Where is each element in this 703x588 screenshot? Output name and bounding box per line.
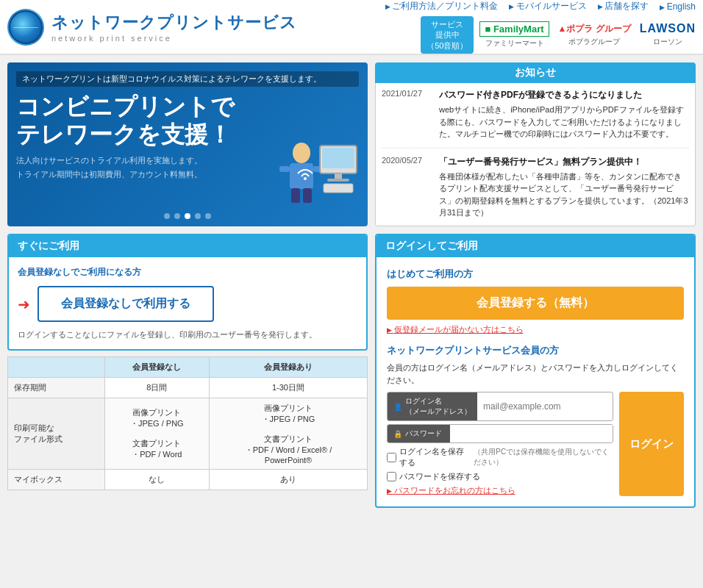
svg-point-11 <box>304 177 307 180</box>
poplar-logo: ▲ポプラ グループ <box>558 23 631 35</box>
partner-logos: ■ FamilyMart ファミリーマート ▲ポプラ グループ ポプラグループ … <box>479 21 696 49</box>
save-login-row: ログイン名を保存する （共用PCでは保存機能を使用しないでください） <box>387 446 613 468</box>
row-no-member-storage: 8日間 <box>104 378 209 398</box>
login-name-input[interactable] <box>477 398 613 415</box>
logo-text: ネットワークプリントサービス network print service <box>51 12 297 43</box>
news-content-1: パスワード付きPDFが登録できるようになりました webサイトに続き、iPhon… <box>439 89 689 140</box>
login-button[interactable]: ログイン <box>619 392 684 496</box>
save-login-checkbox[interactable] <box>387 453 396 462</box>
col-header-0 <box>8 357 105 378</box>
password-row: 🔒 パスワード <box>387 424 613 443</box>
nav-link-store[interactable]: 店舗を探す <box>598 0 649 12</box>
password-input[interactable] <box>450 425 613 442</box>
login-name-row: 👤 ログイン名（メールアドレス） <box>387 392 613 421</box>
save-password-checkbox[interactable] <box>387 472 396 481</box>
table-row-storage: 保存期間 8日間 1-30日間 <box>8 378 368 398</box>
row-member-mybox: あり <box>209 470 367 490</box>
svg-rect-2 <box>279 166 290 172</box>
quick-use-button[interactable]: 会員登録なしで利用する <box>38 286 214 322</box>
partner-lawson: LAWSON ローソン <box>640 22 696 47</box>
row-label-storage: 保存期間 <box>8 378 105 398</box>
save-login-note: （共用PCでは保存機能を使用しないでください） <box>474 447 613 467</box>
dot-2[interactable] <box>174 213 180 219</box>
lawson-label: ローソン <box>653 37 682 47</box>
quick-box: すぐにご利用 会員登録なしでご利用になる方 ➜ 会員登録なしで利用する ログイン… <box>7 234 368 351</box>
banner-image <box>265 131 360 219</box>
password-label: 🔒 パスワード <box>388 425 450 442</box>
row-member-formats: 画像プリント・JPEG / PNG文書プリント・PDF / Word / Exc… <box>209 398 367 470</box>
quick-header: すぐにご利用 <box>9 235 366 257</box>
banner-headline-line1: コンビニプリントで <box>16 93 359 121</box>
banner-warning: ネットワークプリントは新型コロナウイルス対策によるテレワークを支援します。 <box>16 71 359 87</box>
quick-subtitle: 会員登録なしでご利用になる方 <box>18 266 357 279</box>
forgot-password-link[interactable]: パスワードをお忘れの方はこちら <box>387 485 613 496</box>
partner-familymart: ■ FamilyMart ファミリーマート <box>479 21 549 49</box>
svg-rect-4 <box>291 188 300 203</box>
save-password-row: パスワードを保存する <box>387 471 613 482</box>
member-desc: 会員の方はログイン名（メールアドレス）とパスワードを入力しログインしてください。 <box>387 362 684 386</box>
familymart-logo: ■ FamilyMart <box>479 21 549 37</box>
header-nav: ご利用方法／プリント料金 モバイルサービス 店舗を探す English サービス… <box>385 0 696 54</box>
login-section: ログインしてご利用 はじめてご利用の方 会員登録する（無料） 仮登録メールが届か… <box>375 234 696 508</box>
table-row-mybox: マイボックス なし あり <box>8 470 368 490</box>
dot-4[interactable] <box>195 213 201 219</box>
table-header-row: 会員登録なし 会員登録あり <box>8 357 368 378</box>
new-user-title: はじめてご利用の方 <box>387 268 684 281</box>
banner-dots <box>164 213 211 219</box>
logo-icon <box>7 9 44 46</box>
login-form: 👤 ログイン名（メールアドレス） 🔒 パスワード <box>387 392 684 496</box>
quick-use: すぐにご利用 会員登録なしでご利用になる方 ➜ 会員登録なしで利用する ログイン… <box>7 234 368 508</box>
row-no-member-formats: 画像プリント・JPEG / PNG文書プリント・PDF / Word <box>104 398 209 470</box>
svg-point-0 <box>293 143 310 163</box>
form-fields: 👤 ログイン名（メールアドレス） 🔒 パスワード <box>387 392 613 496</box>
news-date-1: 2021/01/27 <box>382 89 433 140</box>
login-box: ログインしてご利用 はじめてご利用の方 会員登録する（無料） 仮登録メールが届か… <box>375 234 696 508</box>
main: ネットワークプリントは新型コロナウイルス対策によるテレワークを支援します。 コン… <box>0 55 703 515</box>
bottom-row: すぐにご利用 会員登録なしでご利用になる方 ➜ 会員登録なしで利用する ログイン… <box>7 234 696 508</box>
news-header: お知らせ <box>375 62 696 83</box>
header: ネットワークプリントサービス network print service ご利用… <box>0 0 703 55</box>
table-row-formats: 印刷可能なファイル形式 画像プリント・JPEG / PNG文書プリント・PDF … <box>8 398 368 470</box>
quick-note: ログインすることなしにファイルを登録し、印刷用のユーザー番号を発行します。 <box>18 329 357 340</box>
news-item-2: 2020/05/27 「ユーザー番号発行サービス」無料プラン提供中！ 各種団体様… <box>382 156 689 227</box>
login-body: はじめてご利用の方 会員登録する（無料） 仮登録メールが届かない方はこちら ネッ… <box>377 257 694 506</box>
compare-table: 会員登録なし 会員登録あり 保存期間 8日間 1-30日間 印刷可能なファイル形… <box>7 356 368 490</box>
dot-3[interactable] <box>185 213 190 219</box>
lock-icon: 🔒 <box>393 430 402 438</box>
news-item-1: 2021/01/27 パスワード付きPDFが登録できるようになりました webサ… <box>382 89 689 148</box>
service-badge-line3: （50音順） <box>427 40 468 51</box>
news-text-1: webサイトに続き、iPhone/iPad用アプリからPDFファイルを登録する際… <box>439 104 689 140</box>
svg-rect-8 <box>335 173 342 179</box>
banner: ネットワークプリントは新型コロナウイルス対策によるテレワークを支援します。 コン… <box>7 62 368 226</box>
dot-1[interactable] <box>164 213 170 219</box>
row-label-formats: 印刷可能なファイル形式 <box>8 398 105 470</box>
register-button[interactable]: 会員登録する（無料） <box>387 287 684 320</box>
password-label-text: パスワード <box>405 429 442 439</box>
logo-subtitle: network print service <box>51 34 297 43</box>
news-date-2: 2020/05/27 <box>382 156 433 219</box>
nav-bottom: サービス 提供中 （50音順） ■ FamilyMart ファミリーマート ▲ポ… <box>421 16 696 54</box>
nav-link-english[interactable]: English <box>660 1 696 12</box>
dot-5[interactable] <box>205 213 211 219</box>
save-login-label: ログイン名を保存する <box>399 446 468 468</box>
header-left: ネットワークプリントサービス network print service <box>7 9 297 46</box>
arrow-icon: ➜ <box>18 295 30 313</box>
save-password-label: パスワードを保存する <box>399 471 480 482</box>
logo-globe <box>9 10 43 44</box>
nav-link-usage[interactable]: ご利用方法／プリント料金 <box>385 0 499 12</box>
news-section: お知らせ 2021/01/27 パスワード付きPDFが登録できるようになりました… <box>375 62 696 226</box>
row-no-member-mybox: なし <box>104 470 209 490</box>
news-body[interactable]: 2021/01/27 パスワード付きPDFが登録できるようになりました webサ… <box>375 83 696 226</box>
member-title: ネットワークプリントサービス会員の方 <box>387 344 684 357</box>
top-row: ネットワークプリントは新型コロナウイルス対策によるテレワークを支援します。 コン… <box>7 62 696 226</box>
lawson-logo: LAWSON <box>640 22 696 35</box>
temp-mail-link[interactable]: 仮登録メールが届かない方はこちら <box>387 324 684 335</box>
nav-top: ご利用方法／プリント料金 モバイルサービス 店舗を探す English <box>385 0 696 12</box>
service-badge: サービス 提供中 （50音順） <box>421 16 474 54</box>
news-content-2: 「ユーザー番号発行サービス」無料プラン提供中！ 各種団体様が配布したい「各種申請… <box>439 156 689 219</box>
nav-link-mobile[interactable]: モバイルサービス <box>509 0 587 12</box>
quick-body: 会員登録なしでご利用になる方 ➜ 会員登録なしで利用する ログインすることなしに… <box>9 257 366 349</box>
logo-title: ネットワークプリントサービス <box>51 12 297 34</box>
quick-btn-wrap: ➜ 会員登録なしで利用する <box>18 286 357 322</box>
svg-rect-5 <box>303 188 312 203</box>
